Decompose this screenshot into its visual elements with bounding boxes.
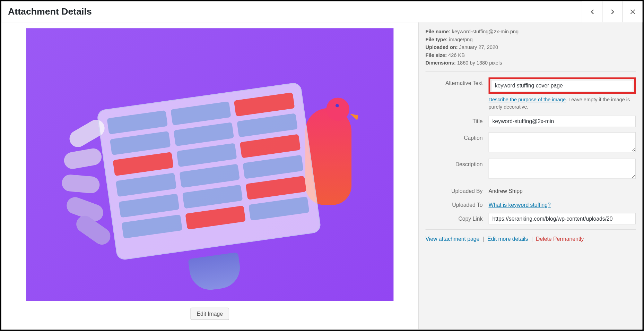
description-input[interactable] (489, 159, 636, 179)
uploadedby-label: Uploaded By (426, 185, 489, 194)
title-input[interactable] (489, 116, 636, 127)
preview-pane: Edit Image (1, 22, 419, 329)
caption-input[interactable] (489, 132, 636, 152)
alt-text-input[interactable] (491, 80, 633, 91)
title-label: Title (426, 116, 489, 124)
alt-text-help: Describe the purpose of the image. Leave… (489, 96, 636, 111)
view-attachment-link[interactable]: View attachment page (426, 236, 480, 242)
description-label: Description (426, 159, 489, 167)
close-icon (628, 7, 637, 16)
delete-permanently-link[interactable]: Delete Permanently (536, 236, 584, 242)
file-meta: File name: keyword-stuffing@2x-min.png F… (426, 28, 636, 67)
copylink-label: Copy Link (426, 213, 489, 221)
alt-text-highlight (489, 77, 636, 94)
uploadedto-label: Uploaded To (426, 199, 489, 207)
chevron-left-icon (588, 7, 596, 16)
header-nav (582, 1, 643, 22)
prev-button[interactable] (582, 1, 602, 22)
chevron-right-icon (608, 7, 617, 16)
uploadedto-link[interactable]: What is keyword stuffing? (489, 199, 551, 207)
uploadedby-value: Andrew Shipp (489, 185, 636, 194)
action-links: View attachment page | Edit more details… (426, 236, 636, 242)
close-button[interactable] (622, 1, 642, 22)
alt-text-help-link[interactable]: Describe the purpose of the image (489, 97, 566, 103)
attachment-preview (26, 28, 393, 301)
modal-title: Attachment Details (8, 6, 92, 17)
copylink-input[interactable] (489, 213, 636, 224)
alt-text-label: Alternative Text (426, 77, 489, 86)
edit-image-button[interactable]: Edit Image (190, 308, 229, 320)
edit-more-details-link[interactable]: Edit more details (487, 236, 528, 242)
caption-label: Caption (426, 132, 489, 141)
next-button[interactable] (602, 1, 622, 22)
details-pane: File name: keyword-stuffing@2x-min.png F… (419, 22, 642, 329)
modal-header: Attachment Details (1, 1, 643, 23)
